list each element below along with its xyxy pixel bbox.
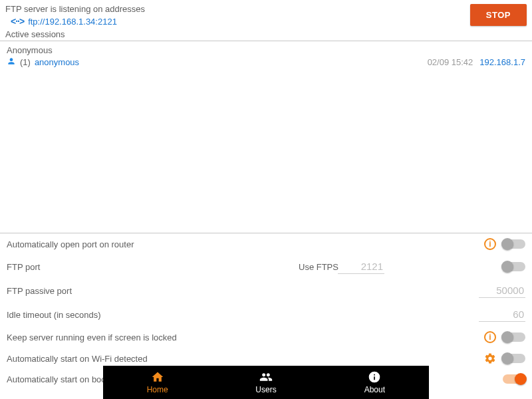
nav-label: About <box>364 385 385 394</box>
nav-label: Users <box>255 385 276 394</box>
info-icon[interactable]: i <box>484 238 496 250</box>
nav-about[interactable]: About <box>321 366 429 399</box>
nav-label: Home <box>147 385 168 394</box>
session-client-ip: 192.168.1.7 <box>479 57 525 67</box>
server-address-line[interactable]: <··> ftp://192.168.1.34:2121 <box>11 16 527 27</box>
setting-label: Automatically open port on router <box>7 239 134 249</box>
passive-port-input[interactable] <box>479 283 525 298</box>
setting-label: Automatically start on Wi-Fi detected <box>7 354 148 364</box>
session-display-name: Anonymous <box>7 45 525 55</box>
setting-idle-timeout: Idle timeout (in seconds) <box>0 303 532 327</box>
toggle-keep-running[interactable] <box>503 332 525 342</box>
home-icon <box>151 370 164 384</box>
setting-auto-open-port[interactable]: Automatically open port on router i <box>0 233 532 255</box>
nav-users[interactable]: Users <box>211 366 320 399</box>
session-item[interactable]: Anonymous (1) anonymous 02/09 15:42 192.… <box>0 41 532 72</box>
nav-home[interactable]: Home <box>103 366 211 399</box>
setting-passive-port: FTP passive port <box>0 279 532 303</box>
header: FTP server is listening on addresses <··… <box>0 0 532 27</box>
toggle-use-ftps[interactable] <box>503 262 525 271</box>
setting-label: Idle timeout (in seconds) <box>7 310 101 320</box>
setting-label: FTP port <box>7 262 40 272</box>
use-ftps-label: Use FTPS <box>299 262 338 272</box>
toggle-auto-open-port[interactable] <box>503 239 525 249</box>
stop-button[interactable]: STOP <box>470 4 527 26</box>
active-sessions-heading: Active sessions <box>0 29 532 41</box>
toggle-auto-wifi[interactable] <box>503 354 525 363</box>
setting-label: Keep server running even if screen is lo… <box>7 332 177 342</box>
toggle-auto-boot[interactable] <box>503 374 525 384</box>
idle-timeout-input[interactable] <box>479 307 525 322</box>
info-icon[interactable]: i <box>484 331 496 343</box>
ftp-port-input[interactable] <box>338 259 384 274</box>
setting-label: Automatically start on boot <box>7 374 108 384</box>
info-circle-icon <box>368 370 381 384</box>
connection-icon: <··> <box>11 16 24 27</box>
session-count: (1) <box>20 57 31 67</box>
session-timestamp: 02/09 15:42 <box>428 57 473 67</box>
person-icon <box>7 57 16 68</box>
server-address: ftp://192.168.1.34:2121 <box>28 17 117 27</box>
setting-ftp-port: FTP port Use FTPS <box>0 255 532 279</box>
bottom-nav: Home Users About <box>103 366 429 399</box>
session-username: anonymous <box>35 57 79 67</box>
users-icon <box>259 370 273 384</box>
gear-icon[interactable] <box>484 352 496 364</box>
setting-keep-running[interactable]: Keep server running even if screen is lo… <box>0 327 532 348</box>
server-status-text: FTP server is listening on addresses <box>5 4 527 14</box>
setting-label: FTP passive port <box>7 286 72 296</box>
